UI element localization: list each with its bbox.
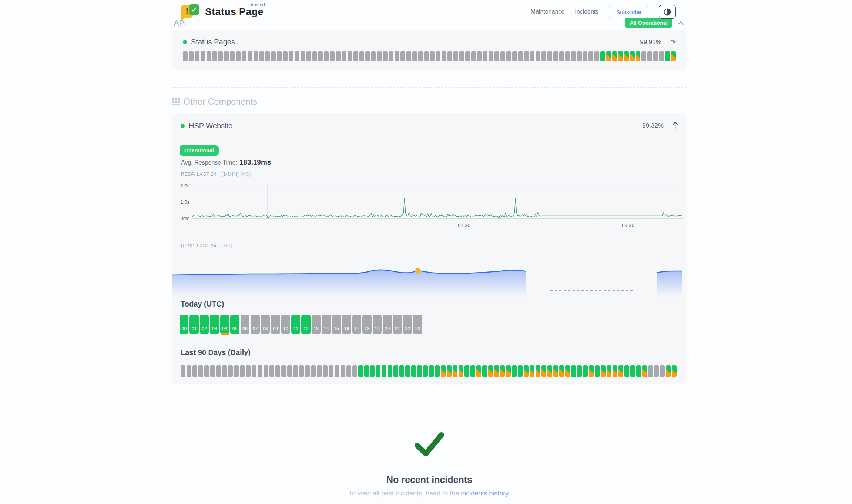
hour-block-14[interactable]: 14 (322, 315, 331, 334)
uptime-bar-nodata[interactable] (311, 365, 316, 377)
hour-block-15[interactable]: 15 (332, 315, 341, 334)
uptime-bar-nodata[interactable] (530, 51, 535, 61)
uptime-bar-nodata[interactable] (536, 51, 540, 61)
uptime-bar-nodata[interactable] (287, 365, 292, 377)
uptime-bar-up[interactable] (429, 365, 434, 377)
uptime-bar-nodata[interactable] (424, 51, 429, 61)
uptime-bar-nodata[interactable] (500, 51, 505, 61)
uptime-bar-nodata[interactable] (289, 51, 293, 61)
hour-block-06[interactable]: 06 (241, 315, 249, 334)
uptime-bar-nodata[interactable] (453, 51, 458, 61)
uptime-bar-degraded[interactable] (488, 365, 493, 377)
uptime-bar-nodata[interactable] (222, 365, 227, 377)
uptime-bar-degraded[interactable] (672, 365, 677, 377)
uptime-bar-nodata[interactable] (547, 51, 552, 61)
uptime-bar-up[interactable] (665, 51, 670, 61)
hour-block-23[interactable]: 23 (413, 315, 422, 334)
uptime-bar-up[interactable] (417, 365, 422, 377)
uptime-bar-degraded[interactable] (618, 51, 623, 61)
uptime-bar-nodata[interactable] (641, 51, 646, 61)
uptime-bar-nodata[interactable] (293, 365, 298, 377)
uptime-bar-nodata[interactable] (400, 51, 405, 61)
uptime-bar-nodata[interactable] (654, 365, 659, 377)
uptime-bar-up[interactable] (423, 365, 428, 377)
hour-block-10[interactable]: 10 (281, 315, 290, 334)
uptime-bar-up[interactable] (358, 365, 363, 377)
uptime-bar-up[interactable] (482, 365, 487, 377)
uptime-bar-up[interactable] (376, 365, 380, 377)
uptime-bar-degraded[interactable] (441, 365, 446, 377)
uptime-bar-up[interactable] (464, 365, 469, 377)
hour-block-16[interactable]: 16 (342, 315, 351, 334)
uptime-bar-degraded[interactable] (541, 365, 546, 377)
uptime-bar-up[interactable] (388, 365, 392, 377)
hour-block-01[interactable]: 01 (189, 315, 198, 334)
uptime-bar-nodata[interactable] (541, 51, 546, 61)
theme-toggle-button[interactable] (659, 5, 676, 19)
uptime-bar-nodata[interactable] (295, 51, 299, 61)
chevron-up-icon[interactable] (677, 21, 684, 25)
uptime-bar-degraded[interactable] (607, 365, 611, 377)
uptime-bar-up[interactable] (595, 365, 600, 377)
uptime-bar-nodata[interactable] (565, 51, 570, 61)
uptime-bar-degraded[interactable] (565, 365, 570, 377)
uptime-bar-nodata[interactable] (189, 51, 194, 61)
uptime-bar-degraded[interactable] (618, 365, 623, 377)
uptime-bar-nodata[interactable] (317, 365, 322, 377)
uptime-bar-degraded[interactable] (601, 365, 606, 377)
uptime-bar-degraded[interactable] (589, 365, 594, 377)
nav-incidents[interactable]: Incidents (575, 9, 598, 15)
hour-block-09[interactable]: 09 (271, 315, 280, 334)
uptime-bar-nodata[interactable] (571, 51, 576, 61)
uptime-bar-nodata[interactable] (336, 51, 341, 61)
uptime-bar-nodata[interactable] (198, 365, 203, 377)
uptime-bar-nodata[interactable] (494, 51, 499, 61)
uptime-bar-nodata[interactable] (299, 365, 304, 377)
uptime-bar-up[interactable] (600, 51, 605, 61)
uptime-bar-degraded[interactable] (530, 365, 534, 377)
uptime-bar-nodata[interactable] (277, 51, 282, 61)
uptime-bar-nodata[interactable] (412, 51, 417, 61)
hour-block-11[interactable]: 11 (291, 315, 300, 334)
refresh-icon[interactable]: ↷ (670, 39, 676, 45)
uptime-bar-nodata[interactable] (252, 365, 256, 377)
uptime-bar-nodata[interactable] (259, 51, 264, 61)
hour-block-02[interactable]: 02 (200, 315, 209, 334)
uptime-bar-nodata[interactable] (359, 51, 364, 61)
hour-block-22[interactable]: 22 (403, 315, 412, 334)
uptime-bar-nodata[interactable] (230, 51, 235, 61)
uptime-bar-nodata[interactable] (281, 365, 286, 377)
uptime-bar-nodata[interactable] (648, 365, 653, 377)
uptime-bar-nodata[interactable] (192, 365, 197, 377)
uptime-bar-nodata[interactable] (341, 365, 345, 377)
uptime-bar-nodata[interactable] (395, 51, 399, 61)
uptime-bar-up[interactable] (364, 365, 369, 377)
uptime-bar-nodata[interactable] (234, 365, 239, 377)
uptime-bar-nodata[interactable] (524, 51, 529, 61)
uptime-bar-nodata[interactable] (383, 51, 388, 61)
uptime-bar-nodata[interactable] (659, 51, 664, 61)
uptime-bar-degraded[interactable] (453, 365, 457, 377)
uptime-bar-nodata[interactable] (240, 365, 245, 377)
uptime-bar-nodata[interactable] (204, 365, 209, 377)
uptime-bar-nodata[interactable] (346, 365, 351, 377)
uptime-bar-degraded[interactable] (666, 365, 671, 377)
uptime-bar-nodata[interactable] (588, 51, 593, 61)
uptime-bar-up[interactable] (399, 365, 404, 377)
uptime-bar-degraded[interactable] (612, 51, 617, 61)
uptime-bar-up[interactable] (512, 365, 517, 377)
uptime-bar-nodata[interactable] (264, 365, 268, 377)
uptime-bar-nodata[interactable] (647, 51, 652, 61)
uptime-bar-degraded[interactable] (624, 51, 629, 61)
uptime-bar-degraded[interactable] (500, 365, 505, 377)
uptime-bar-up[interactable] (624, 365, 629, 377)
uptime-bar-nodata[interactable] (365, 51, 370, 61)
hour-block-17[interactable]: 17 (352, 315, 361, 334)
uptime-bar-nodata[interactable] (559, 51, 564, 61)
uptime-bar-nodata[interactable] (183, 51, 188, 61)
uptime-bar-nodata[interactable] (442, 51, 446, 61)
hour-block-18[interactable]: 18 (362, 315, 371, 334)
uptime-bar-nodata[interactable] (269, 365, 274, 377)
uptime-bar-nodata[interactable] (660, 365, 665, 377)
uptime-bar-nodata[interactable] (447, 51, 452, 61)
